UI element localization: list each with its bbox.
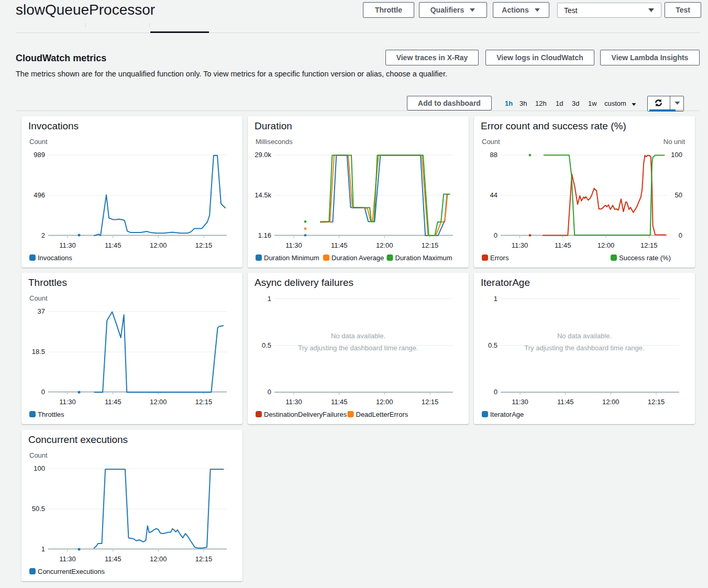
svg-text:0.5: 0.5 [488,341,497,349]
svg-text:Duration: Duration [255,120,292,131]
svg-text:14.5k: 14.5k [255,191,271,199]
svg-text:Concurrent executions: Concurrent executions [28,434,128,445]
svg-text:11:30: 11:30 [285,241,302,249]
svg-text:Errors: Errors [490,254,509,262]
svg-text:37: 37 [38,307,45,315]
svg-text:No data available.: No data available. [557,332,612,340]
svg-text:Duration Average: Duration Average [331,254,384,262]
svg-text:Invocations: Invocations [28,120,79,131]
svg-text:Count: Count [29,451,48,459]
svg-text:12:00: 12:00 [376,241,393,249]
svg-text:12:00: 12:00 [598,241,615,249]
svg-text:12:15: 12:15 [195,398,213,406]
svg-text:12:00: 12:00 [150,241,167,249]
svg-text:11:45: 11:45 [555,241,571,249]
svg-text:12:00: 12:00 [150,555,167,563]
svg-text:11:45: 11:45 [331,241,348,249]
svg-text:Duration Maximum: Duration Maximum [395,254,452,262]
svg-text:12:15: 12:15 [422,241,439,249]
svg-text:0: 0 [268,388,271,396]
svg-text:11:30: 11:30 [59,398,76,406]
svg-text:IteratorAge: IteratorAge [490,411,524,418]
svg-text:Count: Count [482,138,500,146]
svg-text:2: 2 [41,231,45,239]
svg-text:12:15: 12:15 [422,398,439,406]
svg-text:11:30: 11:30 [512,241,528,249]
svg-text:50.5: 50.5 [32,505,45,513]
svg-text:12:15: 12:15 [640,241,658,249]
svg-text:100: 100 [671,151,682,159]
svg-text:0.5: 0.5 [262,341,271,349]
svg-text:DeadLetterErrors: DeadLetterErrors [356,411,408,418]
svg-text:496: 496 [34,191,45,199]
svg-text:Invocations: Invocations [38,254,72,262]
svg-text:Milliseconds: Milliseconds [256,138,293,146]
svg-text:989: 989 [34,151,45,159]
svg-text:12:00: 12:00 [150,398,167,406]
svg-text:11:30: 11:30 [512,398,528,406]
svg-text:12:15: 12:15 [195,241,213,249]
svg-text:Count: Count [29,294,48,302]
svg-text:ConcurrentExecutions: ConcurrentExecutions [38,567,105,575]
svg-text:88: 88 [490,151,497,159]
svg-text:1: 1 [41,545,45,552]
svg-text:Throttles: Throttles [38,411,64,418]
svg-text:11:45: 11:45 [105,555,121,563]
svg-text:12:15: 12:15 [648,398,665,406]
svg-text:100: 100 [34,464,45,472]
svg-text:0: 0 [41,388,45,396]
svg-text:11:45: 11:45 [331,398,348,406]
svg-text:44: 44 [490,191,497,199]
svg-text:Duration Minimum: Duration Minimum [264,254,319,262]
svg-text:50: 50 [675,191,682,199]
svg-text:Count: Count [29,138,48,146]
svg-text:11:30: 11:30 [59,241,76,249]
svg-text:18.5: 18.5 [32,348,45,356]
svg-text:Throttles: Throttles [28,277,67,288]
svg-text:Try adjusting the dashboard ti: Try adjusting the dashboard time range. [524,344,644,352]
svg-text:DestinationDeliveryFailures: DestinationDeliveryFailures [264,411,347,418]
svg-text:No data available.: No data available. [331,332,385,340]
svg-text:11:45: 11:45 [557,398,574,406]
svg-text:Success rate (%): Success rate (%) [619,254,671,262]
svg-text:No unit: No unit [663,138,685,146]
svg-text:12:00: 12:00 [602,398,620,406]
svg-text:Error count and success rate (: Error count and success rate (%) [481,120,626,131]
svg-text:0: 0 [494,388,497,396]
svg-text:1.16: 1.16 [258,231,271,239]
svg-text:IteratorAge: IteratorAge [481,277,530,288]
svg-text:11:45: 11:45 [105,241,121,249]
svg-text:1: 1 [268,295,271,303]
svg-text:1: 1 [494,295,497,303]
svg-text:11:30: 11:30 [285,398,302,406]
svg-text:29.0k: 29.0k [255,151,271,159]
svg-text:Async delivery failures: Async delivery failures [255,277,353,288]
svg-text:0: 0 [679,231,682,239]
svg-text:0: 0 [494,231,497,239]
svg-text:Try adjusting the dashboard ti: Try adjusting the dashboard time range. [298,344,418,352]
svg-text:11:45: 11:45 [105,398,121,406]
svg-text:12:15: 12:15 [195,555,213,563]
svg-text:11:30: 11:30 [59,555,76,563]
svg-text:12:00: 12:00 [376,398,393,406]
